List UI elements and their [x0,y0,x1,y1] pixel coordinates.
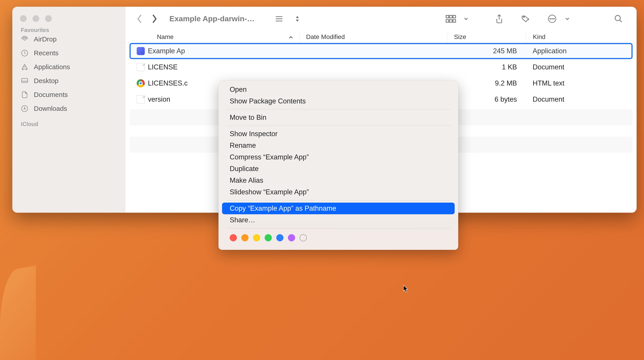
downloads-icon [20,104,29,113]
chevron-down-icon[interactable] [461,14,471,24]
menu-item-show-inspector[interactable]: Show Inspector [222,128,455,140]
applications-icon [20,63,29,71]
sidebar-item-label: Applications [34,63,70,71]
chevron-down-icon[interactable] [562,14,572,24]
share-icon[interactable] [494,14,504,24]
svg-rect-9 [453,19,456,22]
svg-rect-6 [453,15,456,18]
forward-button[interactable] [150,14,160,24]
window-controls [12,13,126,29]
tag-none[interactable] [300,234,307,241]
tag-red[interactable] [230,234,237,241]
clock-icon [20,49,29,57]
html-icon [137,79,145,87]
back-button[interactable] [134,14,144,24]
maximize-button[interactable] [45,15,52,22]
favourites-header: Favourites [12,27,126,32]
tag-icon[interactable] [520,14,531,24]
svg-point-12 [550,18,550,19]
svg-rect-2 [22,79,28,83]
tag-yellow[interactable] [253,234,260,241]
file-size: 245 MB [447,47,526,55]
file-name: Example Ap [148,47,185,55]
file-kind: Application [526,47,636,55]
svg-point-10 [523,16,524,17]
sidebar-item-label: Desktop [34,77,58,85]
column-name[interactable]: Name [126,33,300,40]
app-icon [137,47,145,55]
group-by-icon[interactable] [446,14,456,24]
svg-point-13 [552,18,552,19]
column-size[interactable]: Size [447,31,526,43]
file-kind: Document [526,95,636,103]
document-icon [137,95,145,103]
file-kind: HTML text [526,79,636,87]
file-name: LICENSE [148,63,178,71]
menu-item-copy-pathname[interactable]: Copy “Example App” as Pathname [222,203,455,214]
sidebar-item-desktop[interactable]: Desktop [12,74,126,88]
svg-point-14 [554,18,554,19]
document-icon [137,63,145,71]
sidebar-item-label: Downloads [34,105,67,112]
sort-indicator-icon [288,33,293,40]
tag-green[interactable] [265,234,272,241]
menu-item-tags[interactable] [222,243,455,247]
sidebar-item-downloads[interactable]: Downloads [12,102,126,115]
sidebar-item-label: AirDrop [34,35,57,43]
close-button[interactable] [20,15,27,22]
sidebar: Favourites AirDrop Recents Applications … [12,7,126,213]
menu-item-move-to-bin[interactable]: Move to Bin [222,112,455,123]
search-icon[interactable] [613,14,624,24]
more-icon[interactable] [547,14,557,24]
sidebar-item-label: Recents [34,49,58,57]
context-menu: Open Show Package Contents Move to Bin S… [218,81,458,250]
menu-item-slideshow[interactable]: Slideshow “Example App” [222,186,455,198]
window-title: Example App-darwin-… [170,14,254,23]
columns-header: Name Date Modified Size Kind [126,31,636,43]
desktop-icon [20,76,29,85]
menu-separator [226,200,450,200]
toolbar: Example App-darwin-… [126,7,636,31]
tag-purple[interactable] [288,234,295,241]
sidebar-item-applications[interactable]: Applications [12,60,126,74]
svg-point-0 [24,38,26,40]
documents-icon [20,90,29,99]
menu-item-make-alias[interactable]: Make Alias [222,175,455,186]
sidebar-item-label: Documents [34,91,68,98]
menu-item-share[interactable]: Share… [222,214,455,226]
file-size: 6 bytes [447,95,526,103]
svg-rect-4 [446,15,449,18]
svg-rect-8 [450,19,452,22]
icloud-header: iCloud [12,115,126,129]
menu-separator [226,228,450,228]
sidebar-item-documents[interactable]: Documents [12,88,126,102]
minimize-button[interactable] [32,15,39,22]
view-sort-icon[interactable] [292,14,302,24]
view-list-icon[interactable] [274,14,284,24]
cursor-icon [403,285,409,293]
menu-item-open[interactable]: Open [222,84,455,95]
file-size: 9.2 MB [447,79,526,87]
menu-separator [226,109,450,109]
file-name: version [148,95,170,103]
svg-rect-5 [450,15,452,18]
column-kind[interactable]: Kind [526,31,636,43]
tag-blue[interactable] [276,234,284,241]
menu-item-compress[interactable]: Compress “Example App” [222,151,455,163]
airdrop-icon [20,35,29,43]
menu-item-show-package-contents[interactable]: Show Package Contents [222,95,455,107]
file-row[interactable]: Example Ap 245 MB Application [126,43,636,59]
file-kind: Document [526,63,636,71]
tag-orange[interactable] [241,234,248,241]
svg-point-15 [615,15,620,20]
menu-separator [226,126,450,126]
file-size: 1 KB [447,63,526,71]
svg-rect-7 [446,19,449,22]
menu-item-duplicate[interactable]: Duplicate [222,163,455,175]
column-date[interactable]: Date Modified [300,31,447,43]
menu-item-rename[interactable]: Rename [222,140,455,151]
sidebar-item-recents[interactable]: Recents [12,46,126,60]
sidebar-item-airdrop[interactable]: AirDrop [12,32,126,46]
tag-colors [218,231,458,243]
file-row[interactable]: LICENSE 1 KB Document [126,59,636,75]
